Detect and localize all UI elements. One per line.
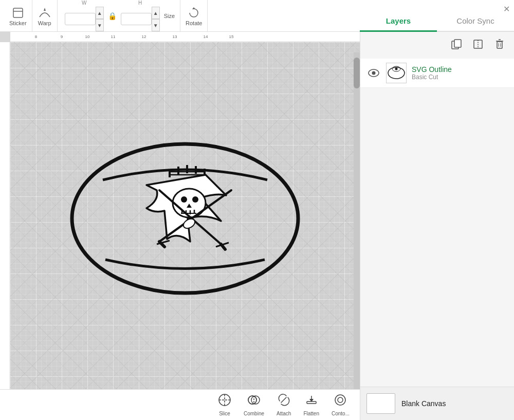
sticker-tool[interactable]: Sticker <box>9 6 27 26</box>
combine-label: Combine <box>244 411 264 416</box>
layer-item[interactable]: SVG Outline Basic Cut <box>360 59 514 88</box>
layer-thumbnail <box>386 63 407 83</box>
width-input[interactable] <box>65 13 96 25</box>
warp-icon <box>38 6 52 20</box>
scrollbar-right[interactable] <box>354 52 360 389</box>
size-group: W ▲ ▼ 🔒 H ▲ ▼ Size <box>58 0 180 31</box>
lock-icon-wrap: 🔒 <box>108 12 117 20</box>
height-label: H <box>138 0 142 6</box>
height-down[interactable]: ▼ <box>152 19 160 31</box>
flatten-tool[interactable]: Flatten <box>303 393 319 416</box>
height-stepper[interactable]: ▲ ▼ <box>121 7 160 31</box>
size-label: Size <box>164 13 175 19</box>
ruler-top: 8 9 10 11 12 13 14 15 <box>10 32 360 42</box>
warp-label: Warp <box>38 20 51 26</box>
svg-point-28 <box>192 196 198 203</box>
blank-canvas-section[interactable]: Blank Canvas <box>360 387 514 420</box>
rotate-tool[interactable]: Rotate <box>186 6 202 26</box>
blank-canvas-label: Blank Canvas <box>401 399 446 408</box>
layer-subname: Basic Cut <box>412 74 508 81</box>
tab-color-sync[interactable]: Color Sync <box>437 9 514 32</box>
flip-layer-button[interactable] <box>470 36 486 52</box>
attach-label: Attach <box>277 411 291 416</box>
width-stepper[interactable]: ▲ ▼ <box>65 7 104 31</box>
slice-icon <box>218 393 231 410</box>
grid-canvas[interactable] <box>10 42 360 389</box>
width-field: W ▲ ▼ <box>65 0 104 31</box>
attach-tool[interactable]: Attach <box>277 393 291 416</box>
warp-group: Warp <box>32 0 58 31</box>
contour-icon <box>334 393 347 410</box>
ruler-tick-15: 15 <box>229 34 234 39</box>
rotate-icon <box>187 6 201 20</box>
height-up[interactable]: ▲ <box>152 7 160 19</box>
combine-icon <box>247 393 261 410</box>
svg-marker-3 <box>192 7 195 9</box>
width-down[interactable]: ▼ <box>96 19 104 31</box>
copy-layer-button[interactable] <box>448 36 465 52</box>
ruler-tick-8: 8 <box>35 34 37 39</box>
ruler-left <box>0 42 10 389</box>
width-up[interactable]: ▲ <box>96 7 104 19</box>
svg-rect-0 <box>13 8 23 17</box>
svg-point-52 <box>335 395 345 405</box>
tab-layers[interactable]: Layers <box>360 9 437 32</box>
layer-name: SVG Outline <box>412 65 508 74</box>
right-panel: SVG Outline Basic Cut Blank Canvas <box>360 32 514 420</box>
rotate-group: Rotate <box>180 0 208 31</box>
scrollbar-thumb[interactable] <box>354 58 360 88</box>
slice-tool[interactable]: Slice <box>218 393 231 416</box>
right-panel-tabs: Layers Color Sync ✕ <box>360 0 514 32</box>
svg-point-14 <box>372 71 376 75</box>
flatten-icon <box>305 393 318 410</box>
slice-label: Slice <box>219 411 230 416</box>
svg-rect-5 <box>454 40 461 47</box>
attach-icon <box>277 393 290 410</box>
contour-tool[interactable]: Conto... <box>332 393 350 416</box>
svg-rect-8 <box>497 42 502 48</box>
svg-marker-2 <box>44 8 46 11</box>
rotate-label: Rotate <box>186 20 202 26</box>
layer-list: SVG Outline Basic Cut <box>360 57 514 387</box>
panel-close-icon[interactable]: ✕ <box>503 4 510 14</box>
sticker-label: Sticker <box>9 20 27 26</box>
sticker-icon <box>11 6 25 20</box>
warp-tool[interactable]: Warp <box>38 6 52 26</box>
delete-layer-button[interactable] <box>491 36 508 52</box>
design-canvas-svg <box>57 118 314 314</box>
height-field: H ▲ ▼ <box>121 0 160 31</box>
width-label: W <box>82 0 86 6</box>
svg-point-27 <box>181 196 187 203</box>
combine-tool[interactable]: Combine <box>244 393 264 416</box>
ruler-tick-12: 12 <box>142 34 146 39</box>
canvas-area: 8 9 10 11 12 13 14 15 <box>0 32 360 389</box>
contour-label: Conto... <box>332 411 350 416</box>
bottom-toolbar: Slice Combine Attach Flatten Conto... <box>0 389 360 420</box>
blank-canvas-thumbnail <box>366 393 395 414</box>
svg-point-17 <box>395 68 398 70</box>
ruler-tick-13: 13 <box>173 34 177 39</box>
sticker-group: Sticker <box>4 0 32 31</box>
lock-icon: 🔒 <box>108 12 117 20</box>
height-input[interactable] <box>121 13 152 25</box>
layer-actions-bar <box>360 32 514 57</box>
svg-point-53 <box>338 397 343 403</box>
flatten-label: Flatten <box>303 411 319 416</box>
layer-info: SVG Outline Basic Cut <box>412 65 508 81</box>
ruler-tick-9: 9 <box>61 34 63 39</box>
ruler-tick-14: 14 <box>204 34 208 39</box>
ruler-tick-11: 11 <box>111 34 116 39</box>
layer-visibility-toggle[interactable] <box>366 66 381 80</box>
ruler-tick-10: 10 <box>85 34 90 39</box>
